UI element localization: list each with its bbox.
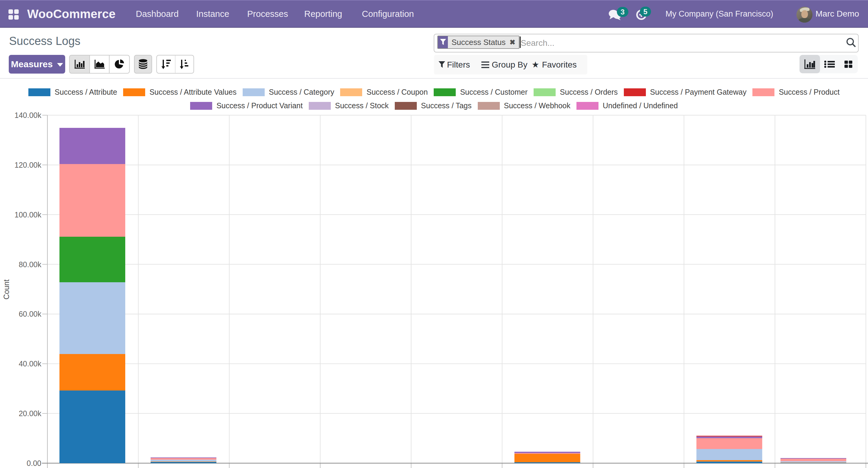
svg-text:0.00: 0.00 [27,459,41,467]
svg-text:80.00k: 80.00k [19,260,42,269]
svg-text:120.00k: 120.00k [14,161,41,169]
svg-text:20.00k: 20.00k [19,409,42,417]
svg-text:Count: Count [2,279,10,300]
svg-text:40.00k: 40.00k [19,360,42,368]
svg-text:140.00k: 140.00k [14,111,41,120]
svg-text:60.00k: 60.00k [19,310,42,318]
svg-text:100.00k: 100.00k [14,210,41,219]
